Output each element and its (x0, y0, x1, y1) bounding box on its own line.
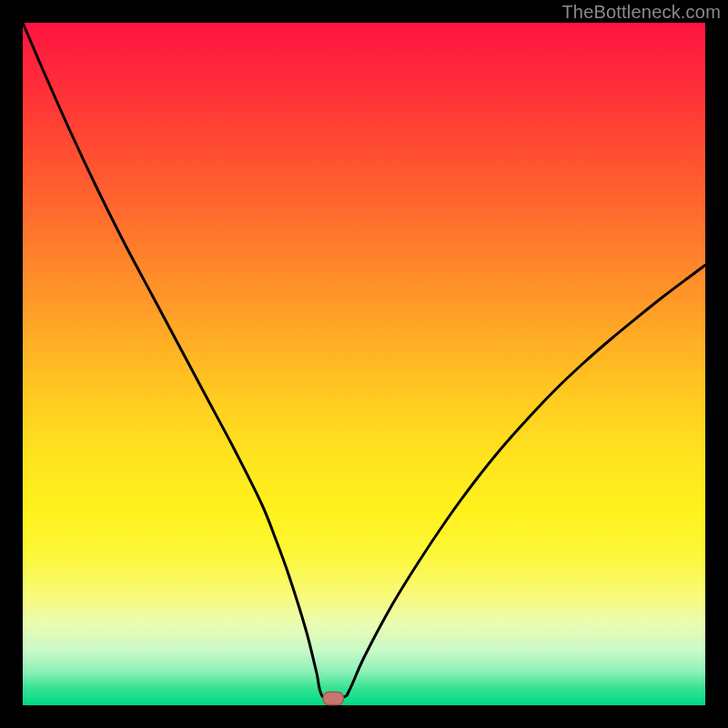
bottleneck-curve (23, 23, 705, 700)
chart-svg (23, 23, 705, 705)
optimal-marker (323, 693, 343, 705)
chart-frame: TheBottleneck.com (0, 0, 728, 728)
watermark-text: TheBottleneck.com (561, 2, 721, 23)
